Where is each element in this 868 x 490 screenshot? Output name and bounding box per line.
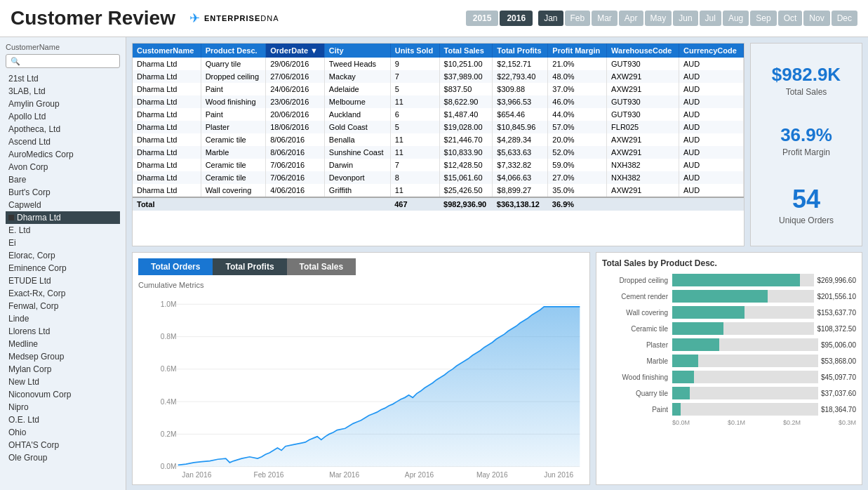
bar-label: Ceramic tile <box>602 325 672 333</box>
bar-value: $201,556.10 <box>814 293 856 300</box>
line-chart-svg: 0.0M 0.2M 0.4M 0.6M 0.8M 1.0M Jan 2016 F… <box>138 292 584 479</box>
month-sep[interactable]: Sep <box>750 11 776 26</box>
col-profitmargin[interactable]: Profit Margin <box>548 44 607 58</box>
bar-track <box>672 322 814 335</box>
svg-text:0.4M: 0.4M <box>161 398 177 406</box>
table-scroll[interactable]: CustomerName Product Desc. OrderDate ▼ C… <box>133 44 744 246</box>
sidebar-item-oe[interactable]: O.E. Ltd <box>6 413 120 426</box>
sidebar-item-apotheca[interactable]: Apotheca, Ltd <box>6 123 120 135</box>
table-row[interactable]: Dharma LtdQuarry tile29/06/2016Tweed Hea… <box>133 58 744 70</box>
month-dec[interactable]: Dec <box>832 11 857 26</box>
table-row[interactable]: Dharma LtdCeramic tile7/06/2016Devonport… <box>133 171 744 184</box>
sidebar-item-bare[interactable]: Bare <box>6 173 120 186</box>
sidebar-item-llorens[interactable]: Llorens Ltd <box>6 325 120 338</box>
sidebar-item-fenwal[interactable]: Fenwal, Corp <box>6 300 120 312</box>
sidebar-item-avon[interactable]: Avon Corp <box>6 161 120 173</box>
col-customername[interactable]: CustomerName <box>133 44 201 58</box>
bar-row: Quarry tile$37,037.60 <box>602 387 856 399</box>
selected-dot <box>8 215 14 220</box>
sidebar: CustomerName 21st Ltd 3LAB, Ltd Amylin G… <box>0 37 126 490</box>
sidebar-item-ole[interactable]: Ole Group <box>6 451 120 464</box>
bar-track <box>672 290 814 303</box>
kpi-sales-value: $982.9K <box>772 64 841 86</box>
sidebar-item-ei[interactable]: Ei <box>6 237 120 249</box>
data-table: CustomerName Product Desc. OrderDate ▼ C… <box>133 44 744 211</box>
month-feb[interactable]: Feb <box>565 11 591 26</box>
month-oct[interactable]: Oct <box>778 11 803 26</box>
col-totalsales[interactable]: Total Sales <box>439 44 493 58</box>
sidebar-item-burts[interactable]: Burt's Corp <box>6 186 120 199</box>
col-product[interactable]: Product Desc. <box>201 44 266 58</box>
bar-value: $95,006.00 <box>818 341 856 349</box>
sidebar-item-eltd[interactable]: E. Ltd <box>6 224 120 237</box>
month-jul[interactable]: Jul <box>700 11 721 26</box>
sidebar-item-ohtas[interactable]: OHTA'S Corp <box>6 439 120 451</box>
table-row[interactable]: Dharma LtdWood finishing23/06/2016Melbou… <box>133 95 744 108</box>
chart-tab-orders[interactable]: Total Orders <box>138 258 213 275</box>
col-totalprofits[interactable]: Total Profits <box>493 44 548 58</box>
month-mar[interactable]: Mar <box>592 11 617 26</box>
sidebar-item-new[interactable]: New Ltd <box>6 376 120 388</box>
table-row[interactable]: Dharma LtdPaint20/06/2016Auckland6$1,487… <box>133 108 744 121</box>
svg-text:0.8M: 0.8M <box>161 333 177 340</box>
sidebar-item-mylan[interactable]: Mylan Corp <box>6 363 120 376</box>
sidebar-item-medsep[interactable]: Medsep Group <box>6 350 120 363</box>
bar-chart-rows: Dropped ceiling$269,996.60Cement render$… <box>602 274 856 416</box>
bar-label: Quarry tile <box>602 390 672 397</box>
sidebar-item-nipro[interactable]: Nipro <box>6 401 120 413</box>
table-row[interactable]: Dharma LtdPaint24/06/2016Adelaide5$837.5… <box>133 83 744 95</box>
table-row[interactable]: Dharma LtdWall covering4/06/2016Griffith… <box>133 184 744 197</box>
year-2015[interactable]: 2015 <box>466 11 499 26</box>
sidebar-item-dharma[interactable]: Dharma Ltd <box>6 211 120 224</box>
bar-fill <box>672 322 723 335</box>
bar-row: Wood finishing$45,097.70 <box>602 371 856 383</box>
table-row[interactable]: Dharma LtdMarble8/06/2016Sunshine Coast1… <box>133 146 744 159</box>
sidebar-item-capweld[interactable]: Capweld <box>6 199 120 211</box>
search-input[interactable] <box>6 54 120 68</box>
bar-value: $108,372.50 <box>814 325 856 333</box>
month-nov[interactable]: Nov <box>803 11 829 26</box>
bar-value: $53,868.00 <box>818 357 856 365</box>
sidebar-item-3lab[interactable]: 3LAB, Ltd <box>6 85 120 98</box>
col-currency[interactable]: CurrencyCode <box>679 44 743 58</box>
sidebar-item-amylin[interactable]: Amylin Group <box>6 98 120 110</box>
bar-value: $37,037.60 <box>818 390 856 397</box>
sidebar-item-21st[interactable]: 21st Ltd <box>6 72 120 85</box>
footer-units: 467 <box>390 197 439 211</box>
bar-label: Dropped ceiling <box>602 277 672 284</box>
table-row[interactable]: Dharma LtdCeramic tile7/06/2016Darwin7$1… <box>133 159 744 171</box>
month-aug[interactable]: Aug <box>723 11 749 26</box>
col-orderdate[interactable]: OrderDate ▼ <box>266 44 325 58</box>
sidebar-item-medline[interactable]: Medline <box>6 338 120 350</box>
sidebar-item-linde[interactable]: Linde <box>6 312 120 325</box>
col-units[interactable]: Units Sold <box>390 44 439 58</box>
table-row[interactable]: Dharma LtdCeramic tile8/06/2016Benalla11… <box>133 133 744 146</box>
top-section: CustomerName Product Desc. OrderDate ▼ C… <box>132 43 862 246</box>
sidebar-item-elorac[interactable]: Elorac, Corp <box>6 249 120 262</box>
month-apr[interactable]: Apr <box>619 11 643 26</box>
col-city[interactable]: City <box>324 44 390 58</box>
chart-tab-profits[interactable]: Total Profits <box>213 258 286 275</box>
svg-text:Jun 2016: Jun 2016 <box>544 471 573 479</box>
kpi-margin-value: 36.9% <box>780 124 832 146</box>
sidebar-item-niconovum[interactable]: Niconovum Corp <box>6 388 120 401</box>
sidebar-item-eminence[interactable]: Eminence Corp <box>6 262 120 274</box>
sidebar-item-auromedics[interactable]: AuroMedics Corp <box>6 148 120 161</box>
table-row[interactable]: Dharma LtdDropped ceiling27/06/2016Macka… <box>133 70 744 83</box>
sidebar-item-apollo[interactable]: Apollo Ltd <box>6 110 120 123</box>
sidebar-item-exactrx[interactable]: Exact-Rx, Corp <box>6 287 120 300</box>
month-jun[interactable]: Jun <box>673 11 697 26</box>
sidebar-item-ohio[interactable]: Ohio <box>6 426 120 439</box>
page-title: Customer Review <box>11 7 175 29</box>
col-warehouse[interactable]: WarehouseCode <box>607 44 679 58</box>
bar-track <box>672 274 814 286</box>
bar-value: $153,637.70 <box>814 309 856 317</box>
chart-tab-sales[interactable]: Total Sales <box>287 258 356 275</box>
month-may[interactable]: May <box>645 11 672 26</box>
chart-tabs: Total Orders Total Profits Total Sales <box>138 258 584 275</box>
sidebar-item-etude[interactable]: ETUDE Ltd <box>6 274 120 287</box>
month-jan[interactable]: Jan <box>538 11 563 26</box>
year-2016[interactable]: 2016 <box>500 11 533 26</box>
table-row[interactable]: Dharma LtdPlaster18/06/2016Gold Coast5$1… <box>133 121 744 133</box>
sidebar-item-ascend[interactable]: Ascend Ltd <box>6 135 120 148</box>
